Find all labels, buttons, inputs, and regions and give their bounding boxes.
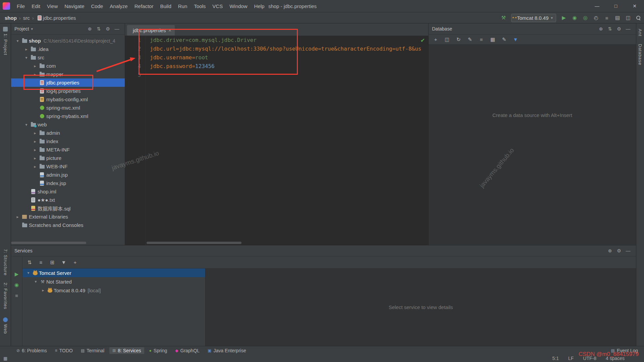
menu-navigate[interactable]: Navigate bbox=[61, 0, 88, 12]
toolwindow-terminal-button[interactable]: ▤ Terminal bbox=[78, 347, 107, 354]
gear-icon[interactable]: ⚙ bbox=[103, 26, 112, 32]
chevron-down-icon[interactable]: ▾ bbox=[23, 122, 30, 127]
web-stripe-icon[interactable] bbox=[3, 317, 8, 322]
service-tomcat-8049[interactable]: ▸ Tomcat 8.0.49 [local] bbox=[22, 286, 205, 295]
collapse-all-icon[interactable]: ⇅ bbox=[94, 26, 103, 32]
menu-view[interactable]: View bbox=[44, 0, 61, 12]
run-service-button[interactable]: ▶ bbox=[14, 271, 20, 277]
tree-item-spring-mybatis[interactable]: spring-mybatis.xml bbox=[11, 112, 125, 120]
tree-item-com[interactable]: ▸ com bbox=[11, 62, 125, 70]
tree-item-mapper[interactable]: ▸ mapper bbox=[11, 70, 125, 78]
toolwindow-spring-button[interactable]: ● Spring bbox=[146, 347, 170, 354]
filter-icon[interactable]: ▼ bbox=[513, 37, 519, 42]
chevron-right-icon[interactable]: ▸ bbox=[14, 215, 21, 219]
breadcrumb-file[interactable]: jdbc.properties bbox=[43, 15, 76, 21]
tree-item-picture[interactable]: ▸ picture bbox=[11, 154, 125, 162]
caret-position[interactable]: 5:1 bbox=[552, 356, 558, 361]
tab-jdbc-properties[interactable]: jdbc.properties ✕ bbox=[127, 25, 175, 36]
locate-icon[interactable]: ⊕ bbox=[605, 248, 614, 253]
search-everywhere-icon[interactable] bbox=[636, 15, 641, 20]
refresh-icon[interactable]: ↻ bbox=[455, 37, 462, 43]
gear-icon[interactable]: ⚙ bbox=[614, 26, 624, 32]
service-tomcat-server[interactable]: ▾ Tomcat Server bbox=[22, 268, 205, 277]
stripe-ant-button[interactable]: Ant bbox=[638, 29, 643, 37]
tree-item-web-inf[interactable]: ▸ WEB-INF bbox=[11, 162, 125, 171]
tree-item-log4j-properties[interactable]: log4j.properties bbox=[11, 87, 125, 95]
chevron-down-icon[interactable]: ▾ bbox=[33, 279, 39, 284]
hide-panel-icon[interactable]: — bbox=[624, 26, 633, 32]
close-tab-icon[interactable]: ✕ bbox=[168, 28, 171, 33]
collapse-all-icon[interactable]: ⇅ bbox=[605, 26, 614, 32]
chevron-right-icon[interactable]: ▸ bbox=[32, 72, 38, 77]
add-service-icon[interactable]: + bbox=[72, 259, 78, 265]
toolwindow-java-enterprise-button[interactable]: ▣ Java Enterprise bbox=[205, 347, 249, 354]
breadcrumb-src[interactable]: src bbox=[23, 15, 30, 21]
tree-item-scratches[interactable]: Scratches and Consoles bbox=[11, 221, 125, 229]
tree-item-txt[interactable]: ●★●.txt bbox=[11, 196, 125, 204]
menu-vcs[interactable]: VCS bbox=[209, 0, 226, 12]
locate-file-icon[interactable]: ⊕ bbox=[85, 26, 94, 32]
tree-item-index[interactable]: ▸ index bbox=[11, 137, 125, 145]
chevron-right-icon[interactable]: ▸ bbox=[32, 139, 38, 144]
tree-item-idea[interactable]: ▸ .idea bbox=[11, 45, 125, 53]
line-separator[interactable]: LF bbox=[568, 356, 574, 361]
duplicate-icon[interactable]: ◫ bbox=[444, 37, 450, 43]
toolwindow-switcher-icon[interactable]: ▦ bbox=[3, 356, 7, 361]
menu-edit[interactable]: Edit bbox=[28, 0, 44, 12]
menu-build[interactable]: Build bbox=[157, 0, 174, 12]
project-structure-icon[interactable]: ▤ bbox=[614, 15, 621, 21]
tree-item-index-jsp[interactable]: index.jsp bbox=[11, 179, 125, 187]
breadcrumb-shop[interactable]: shop bbox=[5, 15, 17, 21]
horizontal-scrollbar[interactable] bbox=[11, 242, 86, 244]
chevron-right-icon[interactable]: ▸ bbox=[32, 164, 38, 169]
menu-analyze[interactable]: Analyze bbox=[106, 0, 131, 12]
tree-item-admin[interactable]: ▸ admin bbox=[11, 129, 125, 137]
editor-body[interactable]: 1 2 3 4 5 jdbc.driver=com.mysql.jdbc.Dri… bbox=[125, 36, 428, 245]
tree-item-shop[interactable]: ▾ shop C:\Users\51414\Desktop\project_4 bbox=[11, 37, 125, 45]
inspection-ok-icon[interactable]: ✔ bbox=[421, 37, 425, 44]
close-button[interactable]: ✕ bbox=[625, 0, 644, 12]
chevron-right-icon[interactable]: ▸ bbox=[32, 156, 38, 161]
tree-item-spring-mvc[interactable]: spring-mvc.xml bbox=[11, 104, 125, 112]
menu-help[interactable]: Help bbox=[251, 0, 268, 12]
tree-item-external-libraries[interactable]: ▸ External Libraries bbox=[11, 213, 125, 221]
code-area[interactable]: jdbc.driver=com.mysql.jdbc.Driver jdbc.u… bbox=[150, 36, 428, 79]
chevron-right-icon[interactable]: ▸ bbox=[23, 47, 30, 52]
tree-item-admin-jsp[interactable]: admin.jsp bbox=[11, 171, 125, 179]
tree-item-src[interactable]: ▾ src bbox=[11, 53, 125, 62]
run-button[interactable]: ▶ bbox=[561, 15, 567, 21]
edit-icon[interactable]: ✎ bbox=[501, 37, 507, 43]
build-hammer-icon[interactable]: ⚒ bbox=[500, 15, 506, 21]
minimize-button[interactable]: — bbox=[588, 0, 606, 12]
stripe-database-button[interactable]: Database bbox=[638, 44, 643, 65]
debug-service-button[interactable]: ◉ bbox=[14, 282, 20, 288]
hide-panel-icon[interactable]: — bbox=[112, 26, 121, 32]
filter-icon[interactable]: ▼ bbox=[61, 259, 67, 265]
query-console-icon[interactable]: ✎ bbox=[467, 37, 473, 43]
project-stripe-icon[interactable] bbox=[3, 27, 8, 32]
run-configuration-select[interactable]: Tomcat 8.0.49 ▾ bbox=[511, 14, 556, 22]
view-options-icon[interactable]: ≡ bbox=[38, 259, 44, 265]
chevron-right-icon[interactable]: ▸ bbox=[40, 288, 46, 293]
service-not-started[interactable]: ▾ ⚒ Not Started bbox=[22, 277, 205, 286]
toolwindow-graphql-button[interactable]: ◆ GraphQL bbox=[172, 347, 203, 354]
toolwindow-services-button[interactable]: ⊞ 8: Services bbox=[109, 347, 144, 354]
chevron-right-icon[interactable]: ▸ bbox=[32, 147, 38, 152]
coverage-button[interactable]: ◎ bbox=[582, 15, 588, 21]
tree-item-web[interactable]: ▾ web bbox=[11, 120, 125, 129]
tree-item-mybatis-config[interactable]: mybatis-config.xml bbox=[11, 95, 125, 104]
toolwindow-todo-button[interactable]: ≡ TODO bbox=[52, 347, 76, 354]
debug-button[interactable]: ◉ bbox=[572, 15, 578, 21]
layout-icon[interactable]: ◫ bbox=[625, 15, 631, 21]
tree-item-sql[interactable]: 数据库脚本.sql bbox=[11, 204, 125, 213]
menu-code[interactable]: Code bbox=[88, 0, 106, 12]
hide-panel-icon[interactable]: — bbox=[624, 248, 633, 253]
tree-item-jdbc-properties[interactable]: jdbc.properties bbox=[11, 78, 125, 87]
menu-tools[interactable]: Tools bbox=[191, 0, 209, 12]
add-datasource-icon[interactable]: + bbox=[433, 37, 439, 42]
tree-item-shop-iml[interactable]: shop.iml bbox=[11, 187, 125, 196]
profiler-button[interactable]: ◴ bbox=[593, 15, 599, 21]
menu-window[interactable]: Window bbox=[226, 0, 251, 12]
table-icon[interactable]: ▦ bbox=[490, 37, 496, 43]
chevron-right-icon[interactable]: ▸ bbox=[32, 131, 38, 135]
